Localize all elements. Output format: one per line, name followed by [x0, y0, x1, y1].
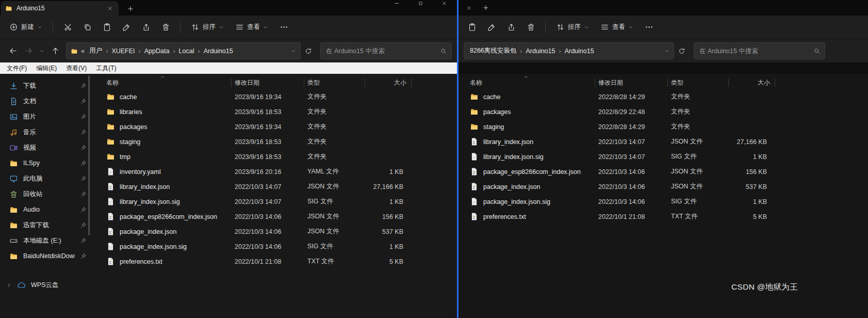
- sort-button[interactable]: 排序: [186, 19, 229, 36]
- breadcrumb-collapse[interactable]: «: [80, 47, 86, 55]
- file-row[interactable]: preferences.txt2022/10/1 21:08TXT 文件5 KB: [467, 209, 868, 224]
- cut-button[interactable]: [58, 19, 77, 36]
- sidebar-scrollbar[interactable]: [88, 75, 90, 235]
- tab-close-button[interactable]: [105, 4, 114, 13]
- view-button[interactable]: 查看: [595, 19, 638, 36]
- sidebar-item[interactable]: 视频: [2, 140, 91, 155]
- sidebar-item[interactable]: 迅雷下载: [2, 217, 91, 233]
- column-header-date-modified[interactable]: 修改日期: [232, 76, 304, 89]
- sidebar-item[interactable]: 回收站: [2, 186, 91, 202]
- refresh-button[interactable]: [301, 43, 316, 59]
- sidebar-item[interactable]: 图片: [2, 109, 91, 124]
- file-row[interactable]: packages2023/9/16 19:34文件夹: [103, 119, 457, 134]
- sidebar-item[interactable]: BaiduNetdiskDownlc: [2, 248, 91, 264]
- file-row[interactable]: tmp2023/9/16 18:53文件夹: [103, 149, 457, 164]
- column-header-label: 修改日期: [598, 78, 623, 87]
- up-button[interactable]: [47, 43, 63, 59]
- file-row[interactable]: packages2022/8/29 22:48文件夹: [467, 104, 868, 119]
- search-input[interactable]: [698, 47, 813, 55]
- sidebar-item[interactable]: ILSpy: [2, 155, 91, 171]
- close-button[interactable]: [437, 0, 451, 7]
- menu-item-3[interactable]: 工具(T): [91, 63, 121, 74]
- sidebar-item[interactable]: WPS云盘: [2, 277, 91, 293]
- more-options-button[interactable]: [640, 19, 658, 36]
- file-row[interactable]: library_index.json.sig2022/10/3 14:07SIG…: [467, 149, 868, 164]
- column-header-name[interactable]: 名称: [103, 76, 232, 89]
- column-header-type[interactable]: 类型: [668, 76, 729, 89]
- paste-button[interactable]: [97, 19, 116, 36]
- new-tab-button[interactable]: [479, 1, 493, 14]
- sidebar-item[interactable]: 本地磁盘 (E:): [2, 233, 91, 248]
- sidebar-item[interactable]: 文档: [2, 93, 91, 109]
- delete-button[interactable]: [521, 19, 540, 36]
- column-header-size[interactable]: 大小: [365, 76, 412, 89]
- share-button[interactable]: [137, 19, 155, 36]
- copy-button[interactable]: [78, 19, 96, 36]
- breadcrumb-item[interactable]: XUEFEI: [110, 47, 136, 55]
- recent-locations-button[interactable]: [36, 43, 47, 59]
- file-row[interactable]: package_esp8266com_index.json2022/10/3 1…: [103, 209, 457, 224]
- sidebar-item[interactable]: 下载: [2, 78, 91, 93]
- search-box[interactable]: [320, 42, 452, 59]
- rename-button[interactable]: [482, 19, 501, 36]
- search-box[interactable]: [694, 42, 825, 59]
- back-button[interactable]: [5, 43, 21, 59]
- more-options-button[interactable]: [274, 19, 293, 36]
- column-header-type[interactable]: 类型: [304, 76, 365, 89]
- sidebar-item[interactable]: 音乐: [2, 124, 91, 140]
- menu-item-0[interactable]: 文件(F): [2, 63, 31, 74]
- share-button[interactable]: [502, 19, 520, 36]
- file-row[interactable]: package_esp8266com_index.json2022/10/3 1…: [467, 164, 868, 179]
- address-bar-row: « 用户›XUEFEI›AppData›Local›Arduino15: [0, 39, 457, 62]
- minimize-button[interactable]: [390, 0, 403, 7]
- file-row[interactable]: package_index.json.sig2022/10/3 14:06SIG…: [467, 194, 868, 209]
- breadcrumb-item[interactable]: Arduino15: [563, 47, 596, 55]
- file-row[interactable]: package_index.json2022/10/3 14:06JSON 文件…: [467, 179, 868, 194]
- sort-ascending-icon: [523, 74, 529, 80]
- paste-button[interactable]: [463, 19, 481, 36]
- refresh-button[interactable]: [674, 43, 690, 59]
- view-button[interactable]: 查看: [230, 19, 273, 36]
- file-row[interactable]: cache2022/8/28 14:29文件夹: [467, 89, 868, 104]
- menu-item-1[interactable]: 编辑(E): [31, 63, 61, 74]
- address-bar[interactable]: 8266离线安装包›Arduino15›Arduino15: [464, 42, 674, 59]
- forward-button[interactable]: [21, 43, 36, 59]
- file-row[interactable]: libraries2023/9/16 18:53文件夹: [103, 104, 457, 119]
- sidebar-item[interactable]: 此电脑: [2, 171, 91, 186]
- file-row[interactable]: package_index.json2022/10/3 14:06JSON 文件…: [103, 224, 457, 239]
- file-row[interactable]: library_index.json2022/10/3 14:07JSON 文件…: [103, 179, 457, 194]
- breadcrumb-item[interactable]: 8266离线安装包: [468, 46, 518, 55]
- column-header-size[interactable]: 大小: [729, 76, 775, 89]
- file-row[interactable]: preferences.txt2022/10/1 21:08TXT 文件5 KB: [103, 254, 457, 269]
- breadcrumb-item[interactable]: Arduino15: [202, 47, 235, 55]
- tab-close-button[interactable]: [464, 3, 474, 13]
- address-dropdown-icon[interactable]: [291, 49, 296, 54]
- breadcrumb-item[interactable]: 用户: [88, 46, 104, 55]
- file-row[interactable]: staging2023/9/16 18:53文件夹: [103, 134, 457, 149]
- new-button[interactable]: 新建: [4, 19, 47, 36]
- file-row[interactable]: library_index.json2022/10/3 14:07JSON 文件…: [467, 134, 868, 149]
- breadcrumb-item[interactable]: AppData: [143, 47, 171, 55]
- address-bar[interactable]: « 用户›XUEFEI›AppData›Local›Arduino15: [66, 42, 301, 59]
- file-row[interactable]: inventory.yaml2023/9/16 20:16YAML 文件1 KB: [103, 164, 457, 179]
- menu-item-2[interactable]: 查看(V): [61, 63, 91, 74]
- file-row[interactable]: cache2023/9/16 19:34文件夹: [103, 89, 457, 104]
- file-row[interactable]: library_index.json.sig2022/10/3 14:07SIG…: [103, 194, 457, 209]
- file-name: packages: [483, 108, 511, 116]
- breadcrumb-item[interactable]: Arduino15: [524, 47, 556, 55]
- sort-button[interactable]: 排序: [551, 19, 594, 36]
- file-row[interactable]: package_index.json.sig2022/10/3 14:06SIG…: [103, 239, 457, 254]
- search-input[interactable]: [325, 47, 440, 55]
- sidebar-item[interactable]: Audio: [2, 202, 91, 217]
- file-row[interactable]: staging2022/8/28 14:29文件夹: [467, 119, 868, 134]
- new-tab-button[interactable]: [124, 2, 137, 15]
- column-header-date-modified[interactable]: 修改日期: [595, 76, 668, 89]
- address-dropdown-icon[interactable]: [664, 49, 669, 54]
- delete-button[interactable]: [156, 19, 175, 36]
- column-header-name[interactable]: 名称: [467, 76, 595, 89]
- maximize-button[interactable]: [414, 0, 427, 7]
- chevron-down-icon: [37, 25, 42, 30]
- rename-button[interactable]: [117, 19, 136, 36]
- tab-arduino15[interactable]: Arduino15: [1, 1, 119, 15]
- breadcrumb-item[interactable]: Local: [177, 47, 196, 55]
